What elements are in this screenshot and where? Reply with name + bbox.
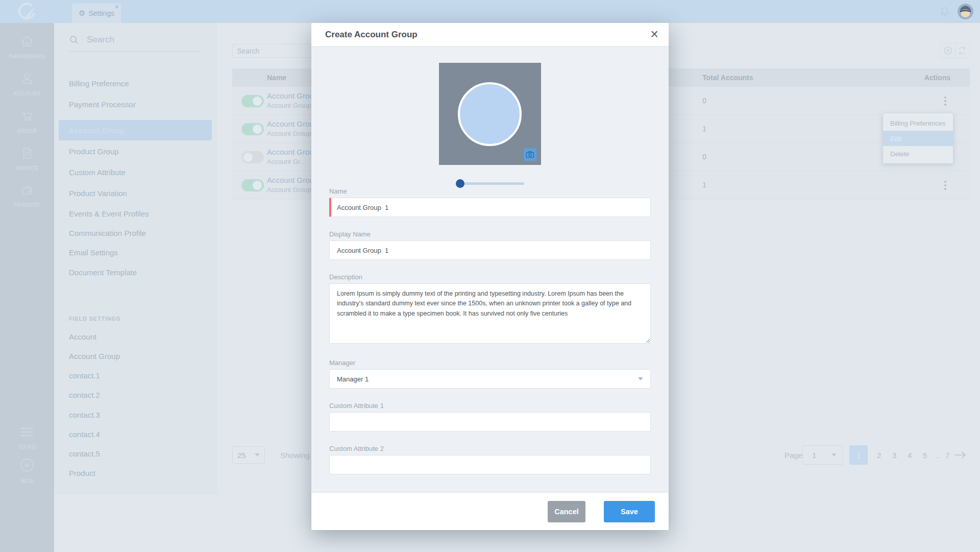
settings-item-payment-processor[interactable]: Payment Processor <box>69 100 210 112</box>
settings-item-product-variation[interactable]: Product Variation <box>69 189 210 201</box>
settings-item-billing-preference[interactable]: Billing Preference <box>69 79 210 91</box>
sidebar-label: INVOICE <box>0 165 54 171</box>
row-actions-kebab-icon[interactable] <box>942 179 949 192</box>
avatar-upload-area[interactable] <box>439 63 541 165</box>
page-button[interactable]: 3 <box>892 451 896 460</box>
settings-item-contact-3[interactable]: contact.3 <box>69 411 210 423</box>
avatar-crop-circle[interactable] <box>458 82 522 146</box>
settings-item-product-group[interactable]: Product Group <box>69 147 210 159</box>
tab-settings-label: Settings <box>88 9 114 17</box>
settings-item-events-profiles[interactable]: Events & Event Profiles <box>69 209 210 222</box>
home-icon <box>20 34 34 49</box>
settings-item-contact-4[interactable]: contact.4 <box>69 430 210 442</box>
page-button[interactable]: 5 <box>923 451 927 460</box>
page-button[interactable]: 7 <box>945 451 949 460</box>
manager-select-value: Manager 1 <box>337 375 369 383</box>
settings-item-contact-5[interactable]: contact.5 <box>69 449 210 462</box>
sidebar-label: ORDER <box>0 128 54 134</box>
notifications-bell-icon[interactable] <box>938 5 951 20</box>
table-search-input[interactable] <box>237 47 313 55</box>
per-page-select[interactable]: 25 <box>232 446 265 464</box>
page-ellipsis: .. <box>935 451 939 460</box>
topbar: ⚙ Settings × <box>0 0 980 23</box>
menu-icon <box>19 425 35 439</box>
sidebar-item-todo[interactable]: TO DO <box>0 425 54 450</box>
settings-item-account[interactable]: Account <box>69 332 210 345</box>
menu-item-billing-preferences[interactable]: Billing Preferences <box>883 115 953 131</box>
cancel-button[interactable]: Cancel <box>548 501 585 522</box>
sidebar-item-order[interactable]: ORDER <box>0 109 54 134</box>
column-name: Name <box>267 74 286 82</box>
custom-attribute-2-label: Custom Attribute 2 <box>329 445 384 452</box>
page-button[interactable]: 2 <box>877 451 881 460</box>
gear-icon: ⚙ <box>79 9 85 18</box>
modal-title: Create Account Group <box>325 30 418 40</box>
settings-item-account-group[interactable]: Account Group <box>69 352 210 364</box>
refresh-button[interactable] <box>955 43 970 58</box>
name-input[interactable] <box>329 198 651 217</box>
main-sidebar: DASHBOARD ACCOUNT ORDER INVOICE PAY <box>0 23 54 552</box>
invoice-icon <box>20 146 34 160</box>
menu-item-delete[interactable]: Delete <box>883 146 953 161</box>
user-avatar[interactable] <box>958 4 973 19</box>
menu-item-edit[interactable]: Edit <box>883 131 953 146</box>
description-textarea[interactable] <box>329 283 651 344</box>
next-page-arrow-icon[interactable] <box>952 450 968 462</box>
settings-item-document-template[interactable]: Document Template <box>69 268 210 280</box>
row-total-accounts: 0 <box>702 97 706 105</box>
settings-item-contact-2[interactable]: contact.2 <box>69 391 210 403</box>
row-toggle[interactable] <box>241 95 264 107</box>
row-actions-kebab-icon[interactable] <box>942 94 949 108</box>
display-name-label: Display Name <box>329 230 371 238</box>
row-subtitle: Account Gr... <box>267 158 305 165</box>
page-button-active[interactable]: 1 <box>849 445 868 465</box>
manager-label: Manager <box>329 359 355 367</box>
modal-footer: Cancel Save <box>311 493 669 530</box>
page-label: Page <box>785 451 802 460</box>
zoom-slider-thumb[interactable] <box>456 179 464 188</box>
sidebar-item-dashboard[interactable]: DASHBOARD <box>0 34 54 59</box>
sidebar-item-new[interactable]: NEW <box>0 457 54 484</box>
page-select[interactable]: 1 <box>802 445 843 465</box>
chevron-down-icon <box>831 453 837 457</box>
refresh-icon <box>957 45 967 56</box>
sidebar-item-invoice[interactable]: INVOICE <box>0 146 54 171</box>
row-context-menu: Billing Preferences Edit Delete <box>883 113 953 163</box>
plus-circle-icon <box>19 457 35 473</box>
sidebar-item-payment[interactable]: PAYMENT <box>0 183 54 208</box>
settings-item-email-settings[interactable]: Email Settings <box>69 248 210 260</box>
settings-item-account-group-active[interactable]: Account Group <box>59 120 212 140</box>
close-icon[interactable]: × <box>650 26 658 42</box>
settings-item-contact-1[interactable]: contact.1 <box>69 371 210 383</box>
display-name-input[interactable] <box>329 241 651 260</box>
save-button[interactable]: Save <box>604 501 655 522</box>
camera-button[interactable] <box>524 148 536 161</box>
app-logo-icon <box>13 2 40 22</box>
divider <box>68 51 201 52</box>
settings-item-custom-attribute[interactable]: Custom Attribute <box>69 168 210 180</box>
modal-header: Create Account Group × <box>311 23 669 46</box>
settings-item-communication-profile[interactable]: Communication Profile <box>69 229 210 241</box>
row-toggle[interactable] <box>241 179 264 191</box>
tab-close-icon[interactable]: × <box>114 3 119 10</box>
cart-icon <box>20 109 34 123</box>
settings-search-input[interactable] <box>87 35 189 45</box>
plus-circle-icon <box>943 45 953 56</box>
manager-select[interactable]: Manager 1 <box>329 369 651 389</box>
add-button[interactable] <box>941 43 955 58</box>
create-account-group-modal: Create Account Group × Name Display Name… <box>311 23 669 530</box>
chevron-down-icon <box>638 377 643 380</box>
sidebar-item-account[interactable]: ACCOUNT <box>0 71 54 97</box>
column-actions: Actions <box>924 74 950 82</box>
custom-attribute-2-input[interactable] <box>329 455 651 474</box>
settings-panel: Billing Preference Payment Processor CON… <box>54 23 217 494</box>
custom-attribute-1-input[interactable] <box>329 412 651 431</box>
zoom-slider-track[interactable] <box>456 182 524 185</box>
settings-item-product[interactable]: Product <box>69 469 210 481</box>
row-toggle[interactable] <box>241 151 264 163</box>
page-button[interactable]: 4 <box>908 451 912 460</box>
custom-attribute-1-label: Custom Attribute 1 <box>329 402 384 410</box>
row-toggle[interactable] <box>241 123 264 135</box>
settings-search[interactable] <box>68 32 203 47</box>
tab-settings[interactable]: ⚙ Settings × <box>72 4 121 23</box>
